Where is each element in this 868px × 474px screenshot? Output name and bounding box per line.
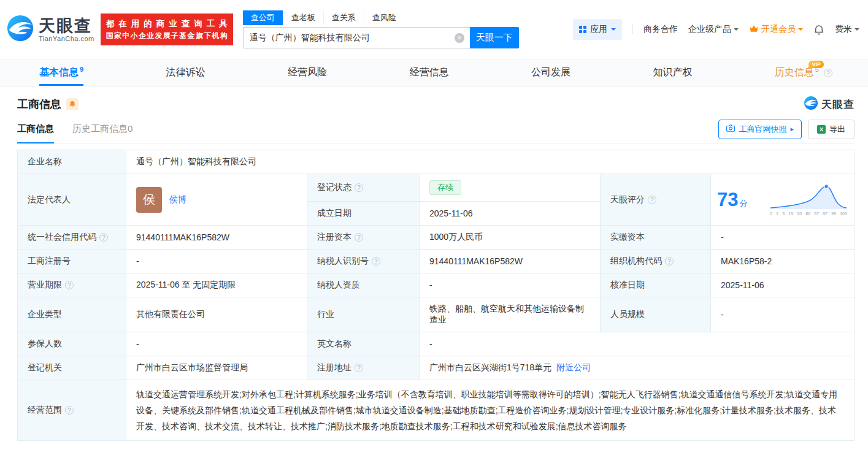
field-value-paid-capital: -	[711, 226, 855, 250]
table-row: 参保人数 - 英文名称 -	[18, 332, 855, 356]
subtab-business-registration[interactable]: 工商信息	[17, 115, 54, 143]
table-row: 统一社会信用代码? 91440111MAK16P582W 注册资本? 1000万…	[18, 226, 855, 250]
field-value-taxpayer-id: 91440111MAK16P582W	[420, 250, 601, 273]
field-label-paid-capital: 实缴资本	[601, 226, 711, 250]
tab-business-info[interactable]: 经营信息	[409, 59, 448, 86]
help-icon[interactable]: ?	[648, 196, 656, 204]
help-icon[interactable]: ?	[99, 233, 108, 242]
chevron-down-icon	[734, 28, 739, 33]
field-label-business-term: 营业期限?	[18, 273, 126, 297]
search-tab-company[interactable]: 查公司	[243, 10, 283, 25]
tab-company-development[interactable]: 公司发展	[531, 59, 570, 86]
logo-domain-text: TianYanCha.com	[39, 35, 94, 42]
help-icon[interactable]: ?	[355, 364, 363, 372]
help-icon[interactable]: ?	[355, 183, 363, 192]
table-row: 法定代表人 侯 侯博 登记状态? 存续 天眼评分? 73分	[18, 174, 855, 202]
arrow-right-icon: ▸	[790, 125, 794, 133]
field-label-reg-capital: 注册资本?	[307, 226, 420, 250]
search-button[interactable]: 天眼一下	[470, 27, 519, 48]
field-value-industry: 铁路、船舶、航空航天和其他运输设备制造业	[420, 297, 601, 332]
official-snapshot-button[interactable]: 工商官网快照 ▸	[718, 120, 802, 139]
export-button[interactable]: X 导出	[808, 120, 855, 139]
field-label-legal-rep: 法定代表人	[18, 174, 126, 226]
chevron-down-icon	[798, 28, 803, 33]
monitor-bell-icon[interactable]	[66, 98, 79, 110]
help-icon[interactable]: ?	[665, 257, 674, 266]
apps-grid-icon	[579, 26, 586, 33]
search-tab-boss[interactable]: 查老板	[283, 10, 323, 25]
tianyancha-logo[interactable]: 天眼查 TianYanCha.com	[6, 14, 94, 45]
field-label-taxpayer-id: 纳税人识别号?	[307, 250, 420, 273]
slogan-badge: 都在用的商业查询工具 国家中小企业发展子基金旗下机构	[101, 13, 233, 45]
table-row: 企业类型 其他有限责任公司 行业 铁路、船舶、航空航天和其他运输设备制造业 人员…	[18, 297, 855, 332]
divider	[632, 25, 633, 34]
field-label-staff-size: 人员规模	[601, 297, 711, 332]
enterprise-products-menu[interactable]: 企业级产品	[688, 24, 739, 35]
snapshot-icon	[726, 124, 735, 134]
field-label-founded-date: 成立日期	[307, 202, 420, 226]
help-icon[interactable]: ?	[372, 257, 380, 266]
subtab-history-registration[interactable]: 历史工商信息0	[72, 115, 133, 143]
legal-rep-avatar[interactable]: 侯	[136, 187, 162, 213]
field-value-reg-authority: 广州市白云区市场监督管理局	[126, 356, 307, 380]
field-value-legal-rep: 侯 侯博	[126, 174, 307, 226]
status-badge: 存续	[429, 180, 461, 195]
business-cooperation-link[interactable]: 商务合作	[643, 24, 678, 35]
search-input[interactable]	[244, 28, 470, 48]
clear-search-icon[interactable]: ×	[455, 33, 464, 43]
excel-icon: X	[817, 125, 826, 134]
tab-intellectual-property[interactable]: 知识产权	[653, 59, 692, 86]
tab-basic-info[interactable]: 基本信息9	[39, 59, 83, 86]
field-label-reg-status: 登记状态?	[307, 174, 420, 202]
search-tab-relation[interactable]: 查关系	[323, 10, 364, 25]
subtabs-row: 工商信息 历史工商信息0 工商官网快照 ▸ X 导出	[17, 115, 855, 143]
open-vip-label: 开通会员	[761, 24, 796, 35]
help-icon[interactable]: ?	[824, 69, 832, 77]
field-value-staff-size: -	[711, 297, 855, 332]
field-label-company-type: 企业类型	[18, 297, 126, 332]
score-axis-ticks: 013155086979799100	[769, 212, 848, 216]
notification-bell-icon[interactable]	[813, 24, 824, 35]
search-tab-risk[interactable]: 查风险	[364, 10, 404, 25]
help-icon[interactable]: ?	[65, 406, 74, 415]
field-value-reg-capital: 1000万人民币	[420, 226, 601, 250]
help-icon[interactable]: ?	[65, 281, 74, 289]
field-value-taxpayer-quality: -	[420, 273, 601, 297]
watermark-brand-text: 天眼查	[821, 97, 855, 112]
search-block: 查公司 查老板 查关系 查风险 × 天眼一下	[243, 10, 520, 48]
main-content: 工商信息 天眼查 工商信息 历史工商信息0 工商官网快照 ▸	[0, 96, 868, 441]
table-row: 登记机关 广州市白云区市场监督管理局 注册地址? 广州市白云区兴湖街1号718单…	[18, 356, 855, 380]
field-label-reg-number: 工商注册号	[18, 250, 126, 273]
legal-rep-link[interactable]: 侯博	[169, 194, 186, 205]
tab-operating-risk[interactable]: 经营风险	[288, 59, 327, 86]
chevron-down-icon	[611, 28, 616, 33]
field-value-approval-date: 2025-11-06	[711, 273, 855, 297]
score-value: 73分	[717, 189, 747, 210]
tab-history-info[interactable]: 历史信息5 VIP ?	[775, 59, 832, 86]
apps-menu-label: 应用	[590, 24, 607, 35]
search-tabs: 查公司 查老板 查关系 查风险	[243, 10, 520, 25]
field-label-industry: 行业	[307, 297, 420, 332]
logo-brand-text: 天眼查	[39, 17, 94, 35]
field-label-taxpayer-quality: 纳税人资质	[307, 273, 420, 297]
field-value-business-term: 2025-11-06 至 无固定期限	[126, 273, 307, 297]
crown-icon	[749, 25, 759, 34]
tianyancha-logo-icon	[804, 96, 818, 113]
apps-menu[interactable]: 应用	[573, 19, 622, 40]
open-vip-menu[interactable]: 开通会员	[749, 24, 803, 35]
enterprise-products-label: 企业级产品	[688, 24, 731, 35]
chevron-down-icon	[855, 28, 859, 33]
field-value-reg-status: 存续	[420, 174, 601, 202]
slogan-line2: 国家中小企业发展子基金旗下机构	[106, 30, 228, 42]
field-label-company-name: 企业名称	[18, 150, 126, 174]
help-icon[interactable]: ?	[355, 233, 363, 242]
nearby-companies-link[interactable]: 附近公司	[556, 362, 591, 372]
user-menu[interactable]: 费米	[835, 24, 859, 35]
table-row: 工商注册号 - 纳税人识别号? 91440111MAK16P582W 组织机构代…	[18, 250, 855, 273]
field-label-reg-authority: 登记机关	[18, 356, 126, 380]
field-label-english-name: 英文名称	[307, 332, 420, 356]
tab-legal-proceedings[interactable]: 法律诉讼	[166, 59, 205, 86]
field-label-reg-address: 注册地址?	[307, 356, 420, 380]
company-section-nav: 基本信息9 法律诉讼 经营风险 经营信息 公司发展 知识产权 历史信息5 VIP…	[0, 59, 868, 86]
table-row: 营业期限? 2025-11-06 至 无固定期限 纳税人资质 - 核准日期 20…	[18, 273, 855, 297]
